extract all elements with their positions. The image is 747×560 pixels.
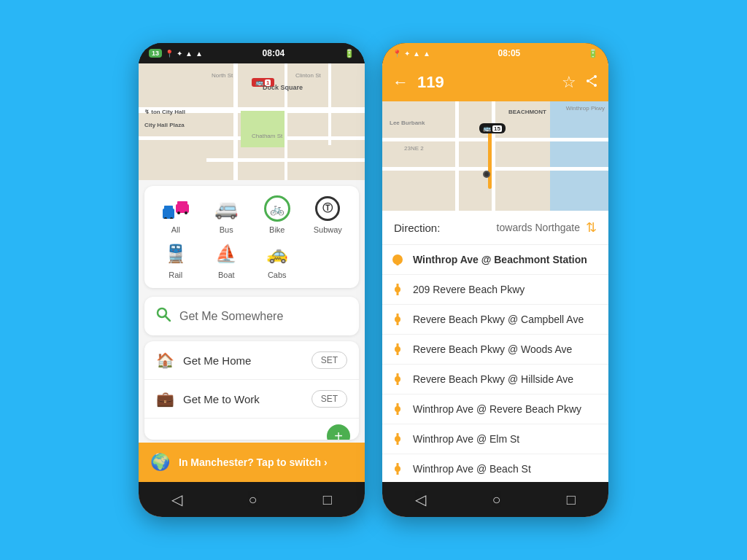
home-icon: 🏠	[156, 351, 174, 369]
status-time-2: 08:05	[498, 48, 521, 58]
bottom-nav-2: ◁ ○ □	[382, 482, 608, 517]
stop-name: Winthrop Ave @ Beach St	[413, 463, 597, 475]
mode-cabs[interactable]: 🚕 Cabs	[255, 240, 300, 279]
stop-line	[382, 314, 413, 325]
route-number: 119	[417, 73, 553, 92]
shortcut-work-label: Get Me to Work	[183, 393, 303, 405]
svg-point-6	[177, 211, 180, 214]
signal-icon-2: ▲	[423, 50, 430, 58]
mode-all-label: All	[171, 225, 180, 234]
phone1-content: 🚌1 ↯ ton City Hall City Hall Plaza Dock …	[139, 63, 365, 517]
map-label-clinton: Clinton St	[295, 67, 321, 80]
stop-item[interactable]: Winthrop Ave @ Beachmont Station	[382, 245, 608, 275]
status-bar-1: 13 📍 ✦ ▲ ▲ 08:04 🔋	[139, 43, 365, 63]
stop-item[interactable]: Winthrop Ave @ Revere Beach Pkwy	[382, 394, 608, 424]
back-button-2[interactable]: ◁	[415, 491, 426, 508]
subway-icon: Ⓣ	[314, 195, 341, 222]
direction-bar: Direction: towards Northgate ⇅	[382, 211, 608, 245]
star-button[interactable]: ☆	[562, 73, 576, 92]
bottom-nav-1: ◁ ○ □	[139, 482, 365, 517]
search-icon	[156, 307, 171, 325]
add-btn-wrap: +	[144, 419, 359, 440]
svg-point-10	[594, 75, 597, 78]
work-icon: 💼	[156, 390, 174, 408]
map-bg-1: 🚌1 ↯ ton City Hall City Hall Plaza Dock …	[139, 63, 365, 180]
share-button[interactable]	[585, 74, 598, 91]
shortcut-home[interactable]: 🏠 Get Me Home SET	[144, 341, 359, 380]
recent-button-1[interactable]: □	[323, 491, 332, 508]
status-time-1: 08:04	[263, 48, 285, 58]
search-button[interactable]: Get Me Somewhere	[144, 297, 359, 335]
mode-bus[interactable]: 🚐 Bus	[204, 195, 249, 234]
stop-item[interactable]: Revere Beach Pkwy @ Woods Ave	[382, 335, 608, 365]
mode-bike[interactable]: 🚲 Bike	[255, 195, 300, 234]
battery-icon: 🔋	[344, 49, 355, 58]
stop-name: Winthrop Ave @ Beachmont Station	[413, 254, 597, 265]
mode-rail-label: Rail	[169, 271, 182, 279]
stop-name: Revere Beach Pkwy @ Campbell Ave	[413, 314, 597, 325]
mode-all[interactable]: All	[153, 195, 198, 234]
map2-road	[382, 167, 608, 171]
water-area	[550, 101, 608, 211]
back-button-1[interactable]: ◁	[171, 491, 182, 508]
mode-rail[interactable]: 🚆 Rail	[153, 240, 198, 279]
set-work-button[interactable]: SET	[311, 390, 347, 408]
recent-button-2[interactable]: □	[567, 491, 576, 508]
map-road	[328, 63, 331, 145]
stop-name: Winthrop Ave @ Revere Beach Pkwy	[413, 403, 597, 415]
stop-line	[382, 373, 413, 385]
set-home-button[interactable]: SET	[311, 351, 347, 369]
stop-item[interactable]: Revere Beach Pkwy @ Hillside Ave	[382, 365, 608, 394]
map-label-dock: Dock Square	[263, 79, 303, 93]
signal-icon: ▲	[196, 50, 203, 58]
switch-banner[interactable]: 🌍 In Manchester? Tap to switch ›	[139, 443, 365, 482]
svg-rect-1	[164, 206, 173, 210]
stop-name: Revere Beach Pkwy @ Hillside Ave	[413, 373, 597, 385]
stop-line	[382, 463, 413, 475]
svg-point-12	[594, 84, 597, 87]
map2-road	[382, 138, 608, 141]
shortcuts-card: 🏠 Get Me Home SET 💼 Get Me to Work SET +	[144, 341, 359, 440]
map-road	[233, 63, 238, 180]
stops-list: Winthrop Ave @ Beachmont Station 209 Rev…	[382, 245, 608, 482]
notification-badge: 13	[149, 49, 162, 58]
swap-direction-button[interactable]: ⇅	[586, 219, 597, 236]
bluetooth-icon-2: ✦	[404, 50, 410, 58]
add-shortcut-button[interactable]: +	[327, 424, 350, 440]
stop-line	[382, 284, 413, 295]
location-icon-2: 📍	[392, 50, 401, 58]
wifi-icon: ▲	[185, 50, 193, 58]
svg-point-11	[587, 79, 589, 82]
status-bar-2: 📍 ✦ ▲ ▲ 08:05 🔋	[382, 43, 608, 63]
phone2-content: ← 119 ☆	[382, 63, 608, 517]
direction-label: Direction:	[394, 222, 497, 234]
stop-item[interactable]: Winthrop Ave @ Elm St	[382, 424, 608, 454]
stop-item[interactable]: 209 Revere Beach Pkwy	[382, 275, 608, 305]
map2-road	[492, 101, 495, 211]
shortcut-home-label: Get Me Home	[183, 354, 303, 367]
map-label-chatham: Chatham St	[252, 128, 282, 141]
mode-subway[interactable]: Ⓣ Subway	[306, 195, 351, 234]
mode-bus-label: Bus	[220, 225, 233, 234]
bike-icon: 🚲	[263, 195, 291, 222]
svg-rect-5	[177, 201, 187, 206]
svg-rect-0	[163, 209, 174, 219]
phone-2: 📍 ✦ ▲ ▲ 08:05 🔋 ← 119 ☆	[382, 43, 608, 517]
phone-1: 13 📍 ✦ ▲ ▲ 08:04 🔋	[139, 43, 365, 517]
svg-line-13	[589, 77, 594, 80]
shortcut-work[interactable]: 💼 Get Me to Work SET	[144, 380, 359, 419]
stop-item[interactable]: Revere Beach Pkwy @ Campbell Ave	[382, 305, 608, 335]
mode-boat-label: Boat	[218, 271, 235, 279]
home-button-2[interactable]: ○	[492, 491, 500, 508]
stop-line	[382, 403, 413, 415]
back-arrow[interactable]: ←	[392, 73, 409, 92]
bluetooth-icon: ✦	[177, 50, 182, 58]
stop-item[interactable]: Winthrop Ave @ Beach St	[382, 454, 608, 482]
map2-road	[455, 101, 459, 211]
home-button-1[interactable]: ○	[248, 491, 257, 508]
direction-value: towards Northgate	[497, 222, 580, 233]
stop-name: Revere Beach Pkwy @ Woods Ave	[413, 343, 597, 355]
mode-boat[interactable]: ⛵ Boat	[204, 240, 249, 279]
globe-icon: 🌍	[150, 453, 170, 472]
status-icons-2: 📍 ✦ ▲ ▲	[392, 50, 430, 58]
